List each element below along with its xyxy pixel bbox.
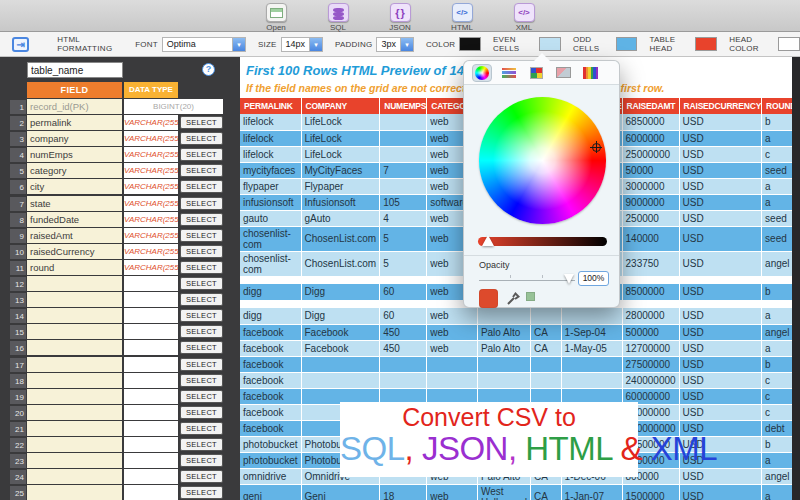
sql-button[interactable]: SQL [318, 3, 358, 32]
color-wheel[interactable] [479, 97, 606, 224]
select-type-button[interactable]: SELECT [180, 406, 223, 419]
field-name-cell [27, 340, 122, 355]
select-type-button[interactable]: SELECT [180, 132, 223, 145]
json-braces-icon: { } [390, 3, 411, 22]
table-cell: Palo Alto [477, 340, 530, 356]
field-name-cell [27, 292, 122, 307]
data-type-cell: VARCHAR(255) [124, 131, 178, 146]
select-type-button[interactable]: SELECT [180, 213, 223, 226]
select-type-button[interactable]: SELECT [180, 309, 223, 322]
table-cell: digg [240, 284, 301, 300]
row-number: 18 [10, 374, 26, 388]
table-cell: 1-Jan-07 [561, 484, 622, 500]
select-type-button[interactable]: SELECT [180, 325, 223, 338]
select-type-button[interactable]: SELECT [180, 454, 223, 467]
head-color-swatch[interactable] [778, 37, 800, 51]
help-icon[interactable]: ? [202, 63, 215, 76]
opacity-value-field[interactable]: 100% [578, 271, 609, 286]
table-cell [427, 356, 478, 372]
select-type-button[interactable]: SELECT [180, 341, 223, 354]
field-row: 10raisedCurrencyVARCHAR(255)SELECT [0, 244, 240, 260]
column-header: COMPANY [301, 98, 380, 114]
field-row: 14SELECT [0, 308, 240, 324]
row-number: 14 [10, 309, 26, 323]
table-cell: USD [679, 178, 762, 194]
table-cell: Infusionsoft [301, 194, 380, 210]
text-color-swatch[interactable] [459, 37, 481, 51]
table-cell: Geni [301, 484, 380, 500]
open-button[interactable]: Open [256, 3, 296, 32]
data-type-cell: VARCHAR(255) [124, 163, 178, 178]
select-type-button[interactable]: SELECT [180, 180, 223, 193]
secondary-color-swatch[interactable] [526, 292, 535, 301]
row-number: 15 [10, 325, 26, 339]
font-select[interactable]: Optima ▾ [162, 37, 246, 52]
select-type-button[interactable]: SELECT [180, 261, 223, 274]
odd-cells-swatch[interactable] [616, 37, 638, 51]
field-name-cell: company [27, 131, 122, 146]
data-type-cell [124, 485, 178, 500]
brightness-slider[interactable] [478, 237, 607, 246]
chevron-down-icon: ▾ [400, 38, 413, 51]
padding-label: PADDING [335, 40, 372, 49]
table-cell: USD [679, 356, 762, 372]
table-cell: web [427, 324, 478, 340]
table-cell: c [762, 388, 792, 404]
field-row: 16SELECT [0, 340, 240, 356]
tab-color-wheel[interactable] [472, 64, 492, 82]
data-type-cell [124, 437, 178, 452]
field-row: 4numEmpsVARCHAR(255)SELECT [0, 147, 240, 163]
table-cell [301, 372, 380, 388]
select-type-button[interactable]: SELECT [180, 422, 223, 435]
select-type-button[interactable]: SELECT [180, 277, 223, 290]
eyedropper-icon[interactable] [506, 291, 521, 306]
select-type-button[interactable]: SELECT [180, 390, 223, 403]
select-type-button[interactable]: SELECT [180, 245, 223, 258]
row-number: 19 [10, 390, 26, 404]
table-cell [477, 356, 530, 372]
select-type-button[interactable]: SELECT [180, 293, 223, 306]
table-cell: b [762, 284, 792, 300]
table-row: geniGeni18webWest HollywoodCA1-Jan-07150… [240, 484, 792, 500]
brightness-slider-thumb[interactable] [482, 235, 494, 246]
field-name-cell: state [27, 196, 122, 211]
select-type-button[interactable]: SELECT [180, 148, 223, 161]
opacity-slider-thumb[interactable] [564, 274, 574, 284]
table-cell: digg [240, 308, 301, 324]
select-type-button[interactable]: SELECT [180, 116, 223, 129]
select-type-button[interactable]: SELECT [180, 229, 223, 242]
field-name-cell: numEmps [27, 147, 122, 162]
field-row: 7stateVARCHAR(255)SELECT [0, 196, 240, 212]
import-icon[interactable]: ⇥ [12, 37, 29, 52]
table-cell: 27500000 [622, 356, 679, 372]
select-type-button[interactable]: SELECT [180, 197, 223, 210]
json-button[interactable]: { } JSON [380, 3, 420, 32]
tab-image-palettes[interactable] [553, 64, 573, 82]
json-label: JSON [389, 23, 410, 32]
selected-color-swatch[interactable] [479, 289, 498, 308]
select-type-button[interactable]: SELECT [180, 486, 223, 499]
html-button[interactable]: </> HTML [442, 3, 482, 32]
color-wheel-cursor-icon[interactable] [590, 141, 602, 153]
table-name-input[interactable] [27, 62, 123, 78]
data-type-cell: VARCHAR(255) [124, 260, 178, 275]
table-cell: USD [679, 324, 762, 340]
select-type-button[interactable]: SELECT [180, 374, 223, 387]
tab-crayons[interactable] [580, 64, 600, 82]
opacity-slider[interactable] [479, 280, 575, 281]
table-head-swatch[interactable] [695, 37, 717, 51]
table-cell: facebook [240, 324, 301, 340]
select-type-button[interactable]: SELECT [180, 358, 223, 371]
select-type-button[interactable]: SELECT [180, 470, 223, 483]
padding-select[interactable]: 3px ▾ [376, 37, 414, 52]
data-type-column-header: DATA TYPE [124, 82, 178, 98]
even-cells-swatch[interactable] [539, 37, 561, 51]
field-row: 19SELECT [0, 389, 240, 405]
xml-button[interactable]: </> XML [504, 3, 544, 32]
select-type-button[interactable]: SELECT [180, 164, 223, 177]
select-type-button[interactable]: SELECT [180, 438, 223, 451]
tab-color-palettes[interactable] [526, 64, 546, 82]
tab-color-sliders[interactable] [499, 64, 519, 82]
size-select[interactable]: 14px ▾ [281, 37, 324, 52]
table-cell: a [762, 178, 792, 194]
